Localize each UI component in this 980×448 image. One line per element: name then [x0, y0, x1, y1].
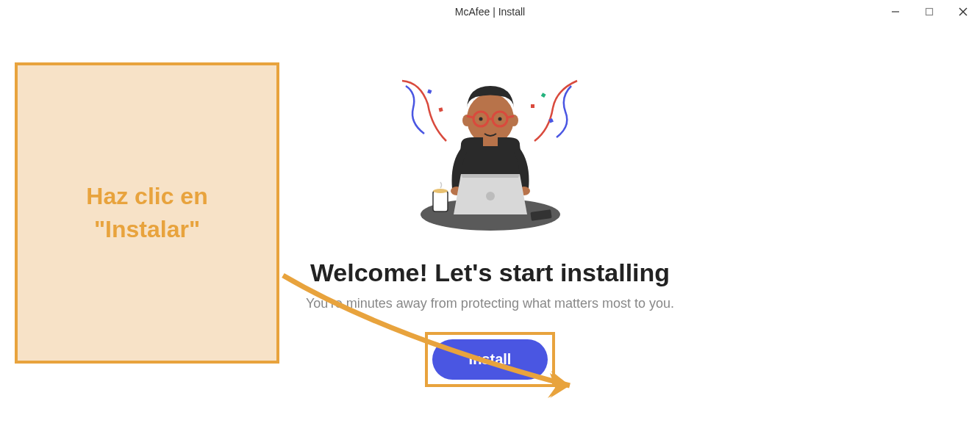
window-title: McAfee | Install [455, 6, 525, 18]
svg-rect-1 [926, 9, 933, 15]
svg-point-26 [486, 192, 495, 200]
annotation-callout: Haz clic en "Instalar" [15, 62, 279, 364]
install-button[interactable]: Install [432, 339, 548, 380]
svg-rect-23 [483, 137, 498, 146]
minimize-icon [891, 7, 900, 16]
welcome-illustration [387, 68, 593, 236]
welcome-subtext: You're minutes away from protecting what… [306, 296, 674, 311]
svg-point-11 [433, 189, 448, 193]
maximize-icon [925, 7, 934, 16]
svg-rect-4 [427, 89, 432, 93]
svg-point-22 [498, 118, 501, 121]
close-button[interactable] [946, 0, 980, 24]
svg-line-19 [467, 116, 473, 118]
welcome-heading: Welcome! Let's start installing [310, 259, 670, 287]
svg-rect-6 [540, 93, 546, 98]
svg-rect-10 [433, 191, 448, 212]
titlebar: McAfee | Install [0, 0, 980, 24]
callout-text: Haz clic en "Instalar" [32, 180, 262, 246]
window-controls [879, 0, 980, 24]
svg-point-21 [479, 118, 482, 121]
minimize-button[interactable] [879, 0, 912, 24]
install-highlight-box: Install [425, 332, 556, 387]
svg-rect-5 [438, 107, 443, 112]
svg-line-20 [507, 116, 514, 118]
close-icon [959, 7, 968, 16]
svg-rect-8 [531, 104, 534, 108]
maximize-button[interactable] [912, 0, 946, 24]
